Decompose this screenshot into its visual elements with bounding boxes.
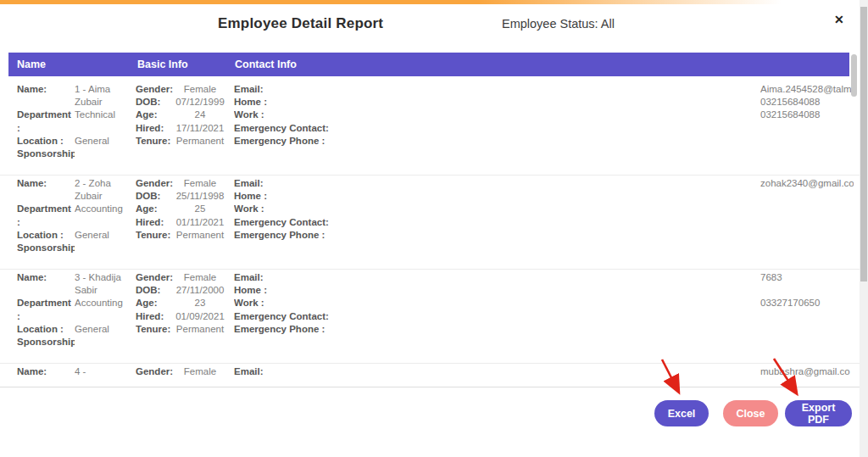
text-line: 03215684088 — [760, 96, 854, 109]
text-line: Emergency Phone : — [234, 323, 382, 336]
text-line: Location : — [17, 135, 75, 148]
text-line: Aima.2454528@talme — [760, 83, 854, 96]
text-line: Name: — [17, 83, 75, 96]
text-line: Email: — [234, 365, 382, 378]
column-header-basic-info: Basic Info — [137, 59, 188, 70]
column-header-name: Name — [17, 59, 46, 70]
text-line: Department — [17, 203, 75, 215]
table-header: Name Basic Info Contact Info — [8, 53, 849, 76]
text-line: Department — [17, 297, 75, 309]
text-line: 03215684088 — [760, 109, 854, 121]
text-line: 1 - Aima — [75, 83, 134, 96]
text-line: Emergency Contact: — [234, 216, 382, 229]
name-values: 3 - KhadijaSabirAccounting General — [75, 271, 134, 336]
text-line: : — [17, 122, 75, 135]
contact-info-values: Aima.2454528@talme0321568408803215684088 — [760, 83, 854, 122]
close-icon[interactable]: ✕ — [834, 13, 844, 26]
text-line: Emergency Phone : — [234, 229, 382, 242]
text-line: Sabir — [75, 284, 134, 297]
text-line: 23 — [173, 297, 227, 309]
basic-info-labels: Gender: — [136, 365, 175, 378]
text-line: Sponsorship: — [17, 148, 75, 160]
basic-info-labels: Gender:DOB:Age:Hired:Tenure: — [136, 83, 175, 148]
text-line: 07/12/1999 — [173, 96, 227, 109]
text-line: Emergency Phone : — [234, 135, 382, 148]
text-line: 24 — [173, 109, 227, 121]
top-accent-bar — [0, 0, 868, 4]
name-labels: Name: Department:Location :Sponsorship: — [17, 177, 75, 254]
text-line: Home : — [234, 96, 382, 109]
basic-info-values: Female07/12/19992417/11/2021Permanent — [173, 83, 227, 148]
text-line: Gender: — [136, 177, 175, 190]
text-line: Email: — [234, 83, 382, 96]
text-line: : — [17, 216, 75, 229]
excel-button[interactable]: Excel — [654, 400, 709, 426]
text-line: Zubair — [75, 96, 134, 109]
page-scrollbar-thumb[interactable] — [860, 7, 867, 281]
text-line: Work : — [234, 203, 382, 215]
text-line: Tenure: — [136, 229, 175, 242]
text-line: DOB: — [136, 96, 175, 109]
text-line: 27/11/2000 — [173, 284, 227, 297]
text-line: Female — [173, 365, 227, 378]
text-line — [17, 190, 75, 203]
text-line: 3 - Khadija — [75, 271, 134, 284]
text-line: Age: — [136, 297, 175, 309]
text-line: 25 — [173, 203, 227, 215]
name-values: 4 - — [75, 365, 134, 378]
export-pdf-button[interactable]: Export PDF — [785, 400, 852, 426]
text-line: Email: — [234, 271, 382, 284]
text-line: Location : — [17, 323, 75, 336]
text-line: Permanent — [173, 135, 227, 148]
text-line: Zubair — [75, 190, 134, 203]
name-labels: Name: Department:Location :Sponsorship: — [17, 271, 75, 348]
text-line — [75, 216, 134, 229]
text-line: DOB: — [136, 190, 175, 203]
text-line: Sponsorship: — [17, 336, 75, 348]
name-values: 1 - AimaZubairTechnical General — [75, 83, 134, 148]
text-line: zohak2340@gmail.co — [760, 177, 854, 190]
close-button[interactable]: Close — [723, 400, 778, 426]
text-line: Location : — [17, 229, 75, 242]
employee-row: Name: 4 - Gender: Female Email: mubashra… — [0, 364, 860, 387]
column-header-contact-info: Contact Info — [235, 59, 297, 70]
employee-row: Name: Department:Location :Sponsorship: … — [0, 270, 860, 364]
text-line: Home : — [234, 190, 382, 203]
text-line: Accounting — [75, 203, 134, 215]
basic-info-labels: Gender:DOB:Age:Hired:Tenure: — [136, 177, 175, 242]
contact-info-values: 7683 03327170650 — [760, 271, 854, 310]
text-line — [75, 122, 134, 135]
page-scrollbar-track[interactable] — [860, 0, 868, 457]
text-line: Permanent — [173, 323, 227, 336]
text-line: Female — [173, 271, 227, 284]
text-line — [17, 284, 75, 297]
employee-row: Name: Department:Location :Sponsorship: … — [0, 81, 860, 176]
text-line: mubashra@gmail.co — [760, 365, 854, 378]
text-line: Work : — [234, 297, 382, 309]
text-line: : — [17, 310, 75, 323]
text-line: Hired: — [136, 310, 175, 323]
table-scrollbar-thumb[interactable] — [851, 54, 857, 97]
text-line: 25/11/1998 — [173, 190, 227, 203]
text-line: Technical — [75, 109, 134, 121]
text-line: 01/09/2021 — [173, 310, 227, 323]
text-line — [17, 96, 75, 109]
basic-info-labels: Gender:DOB:Age:Hired:Tenure: — [136, 271, 175, 336]
text-line: 2 - Zoha — [75, 177, 134, 190]
text-line: Gender: — [136, 271, 175, 284]
text-line: Age: — [136, 109, 175, 121]
text-line: Tenure: — [136, 135, 175, 148]
footer-divider — [0, 387, 860, 387]
text-line: Name: — [17, 365, 75, 378]
text-line: Female — [173, 83, 227, 96]
text-line: Permanent — [173, 229, 227, 242]
contact-info-labels: Email: — [234, 365, 382, 378]
basic-info-values: Female27/11/20002301/09/2021Permanent — [173, 271, 227, 336]
text-line — [75, 310, 134, 323]
text-line: DOB: — [136, 284, 175, 297]
text-line: Name: — [17, 271, 75, 284]
name-values: 2 - ZohaZubairAccounting General — [75, 177, 134, 242]
employee-status-label: Employee Status: All — [502, 17, 615, 31]
text-line: 01/11/2021 — [173, 216, 227, 229]
page-title: Employee Detail Report — [218, 15, 383, 32]
